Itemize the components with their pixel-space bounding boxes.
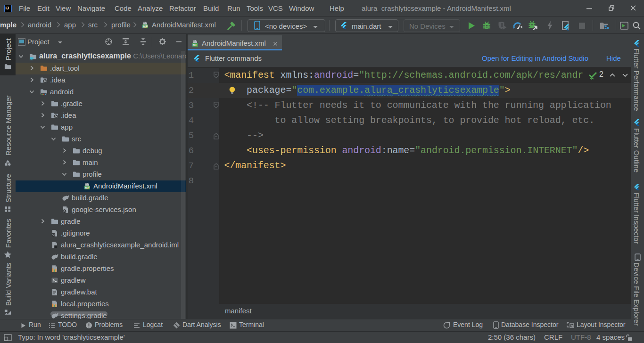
svg-text:MF: MF [85,186,90,190]
svg-text:MF: MF [143,24,148,29]
svg-text:MF: MF [193,43,198,47]
